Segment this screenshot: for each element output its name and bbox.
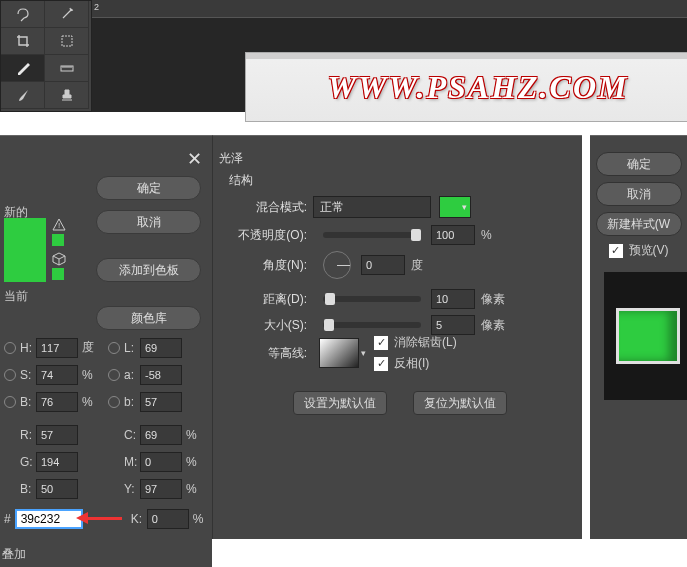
cube-icon[interactable] (52, 252, 66, 266)
opacity-label: 不透明度(O): (233, 227, 313, 244)
b-lab-radio[interactable] (108, 396, 120, 408)
b-lab-input[interactable] (140, 392, 182, 412)
tool-brush[interactable] (1, 82, 45, 109)
new-color-swatch (4, 218, 46, 250)
blend-mode-select[interactable]: 正常▾ (313, 196, 431, 218)
preview-label: 预览(V) (629, 242, 669, 259)
a-radio[interactable] (108, 369, 120, 381)
warning-swatch[interactable] (52, 234, 64, 246)
ls-ok-button[interactable]: 确定 (596, 152, 682, 176)
tool-crop[interactable] (1, 28, 45, 55)
opacity-input[interactable] (431, 225, 475, 245)
contour-picker[interactable] (319, 338, 359, 368)
k-input[interactable] (147, 509, 189, 529)
canvas-document: WWW.PSAHZ.COM (245, 52, 687, 122)
h-radio[interactable] (4, 342, 16, 354)
add-swatch-button[interactable]: 添加到色板 (96, 258, 201, 282)
l-radio[interactable] (108, 342, 120, 354)
angle-input[interactable] (361, 255, 405, 275)
distance-slider[interactable] (323, 296, 421, 302)
b-hsb-radio[interactable] (4, 396, 16, 408)
s-input[interactable] (36, 365, 78, 385)
c-input[interactable] (140, 425, 182, 445)
hex-input[interactable] (15, 509, 83, 529)
distance-input[interactable] (431, 289, 475, 309)
chevron-down-icon: ▾ (462, 202, 467, 212)
current-color-swatch (4, 250, 46, 282)
preview-thumbnail (604, 272, 687, 400)
r-input[interactable] (36, 425, 78, 445)
structure-label: 结构 (229, 172, 253, 189)
size-input[interactable] (431, 315, 475, 335)
make-default-button[interactable]: 设置为默认值 (293, 391, 387, 415)
dialogs: ✕ 确定 取消 添加到色板 颜色库 新的 当前 ! H: 度 L: S: % (0, 135, 687, 567)
l-input[interactable] (140, 338, 182, 358)
reset-default-button[interactable]: 复位为默认值 (413, 391, 507, 415)
editor-top: 2 WWW.PSAHZ.COM (0, 0, 687, 130)
b-hsb-input[interactable] (36, 392, 78, 412)
cancel-button[interactable]: 取消 (96, 210, 201, 234)
color-values: H: 度 L: S: % a: B: % b: R: C: (4, 334, 204, 502)
canvas-text: WWW.PSAHZ.COM (327, 69, 628, 106)
tool-ruler[interactable] (45, 55, 89, 82)
antialias-label: 消除锯齿(L) (394, 334, 457, 351)
warning-icon[interactable]: ! (52, 218, 66, 232)
tool-stamp[interactable] (45, 82, 89, 109)
svg-rect-0 (62, 36, 72, 46)
tool-palette (0, 0, 92, 112)
contour-label: 等高线: (233, 345, 313, 362)
current-color-label: 当前 (4, 288, 28, 305)
websafe-swatch[interactable] (52, 268, 64, 280)
size-label: 大小(S): (233, 317, 313, 334)
tool-slice[interactable] (45, 28, 89, 55)
svg-text:!: ! (58, 221, 60, 230)
ls-new-style-button[interactable]: 新建样式(W (596, 212, 682, 236)
distance-label: 距离(D): (233, 291, 313, 308)
b-rgb-input[interactable] (36, 479, 78, 499)
satin-title: 光泽 (219, 150, 243, 167)
size-slider[interactable] (323, 322, 421, 328)
s-radio[interactable] (4, 369, 16, 381)
angle-label: 角度(N): (233, 257, 313, 274)
g-input[interactable] (36, 452, 78, 472)
a-input[interactable] (140, 365, 182, 385)
satin-effect-panel: 光泽 结构 混合模式: 正常▾ 不透明度(O): % 角度(N): 度 距离(D… (212, 135, 582, 539)
color-picker-dialog: ✕ 确定 取消 添加到色板 颜色库 新的 当前 ! H: 度 L: S: % (0, 135, 212, 567)
y-input[interactable] (140, 479, 182, 499)
canvas-area[interactable]: WWW.PSAHZ.COM (92, 18, 687, 112)
angle-dial[interactable] (323, 251, 351, 279)
tool-wand[interactable] (45, 1, 89, 28)
ruler: 2 (92, 0, 687, 18)
h-input[interactable] (36, 338, 78, 358)
invert-label: 反相(I) (394, 355, 429, 372)
blend-mode-label: 混合模式: (233, 199, 313, 216)
tool-eyedropper[interactable] (1, 55, 45, 82)
ok-button[interactable]: 确定 (96, 176, 201, 200)
ls-cancel-button[interactable]: 取消 (596, 182, 682, 206)
invert-checkbox[interactable]: ✓ (374, 357, 388, 371)
color-libraries-button[interactable]: 颜色库 (96, 306, 201, 330)
antialias-checkbox[interactable]: ✓ (374, 336, 388, 350)
layer-style-right: 确定 取消 新建样式(W ✓ 预览(V) (582, 135, 687, 567)
tool-lasso[interactable] (1, 1, 45, 28)
close-icon[interactable]: ✕ (187, 148, 202, 170)
annotation-arrow (82, 512, 122, 526)
opacity-slider[interactable] (323, 232, 421, 238)
m-input[interactable] (140, 452, 182, 472)
chevron-down-icon[interactable]: ▾ (361, 348, 366, 358)
preview-checkbox[interactable]: ✓ (609, 244, 623, 258)
overlay-label: 叠加 (2, 546, 26, 563)
hash-label: # (4, 512, 11, 526)
